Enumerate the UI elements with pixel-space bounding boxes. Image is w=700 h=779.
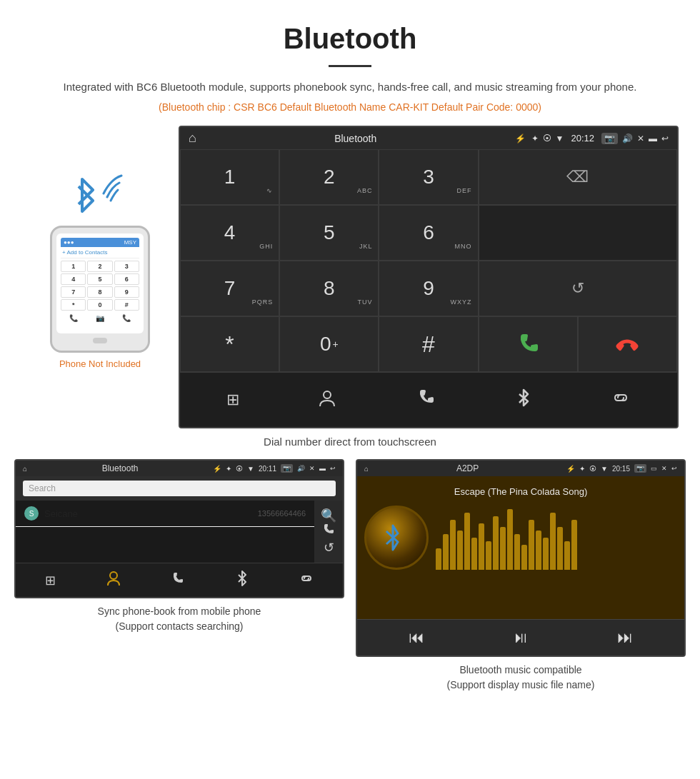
music-cam-icon[interactable]: 📷 [634, 464, 646, 473]
contacts-bt-btn[interactable] [236, 571, 249, 590]
dial-key-0[interactable]: 0+ [279, 316, 379, 372]
dial-key-star[interactable]: * [180, 316, 279, 372]
dial-key-3[interactable]: 3DEF [379, 149, 478, 205]
viz-bar [521, 545, 527, 570]
dialpad-grid: 1∿ 2ABC 3DEF ⌫ 4GHI 5JKL 6MNO 7PQRS 8TUV… [180, 149, 677, 372]
contacts-phone-btn[interactable] [171, 571, 185, 589]
music-back-icon[interactable]: ↩ [671, 465, 677, 472]
home-icon[interactable]: ⌂ [189, 131, 196, 146]
contacts-user-btn[interactable] [106, 571, 121, 590]
song-title: Escape (The Pina Colada Song) [454, 486, 587, 497]
music-win2-icon[interactable]: ▭ [651, 465, 657, 472]
phone-dialpad: 1 2 3 4 5 6 7 8 9 * 0 # [61, 261, 139, 311]
dial-sub-1: ∿ [266, 187, 273, 194]
contacts-close-icon[interactable]: ✕ [309, 465, 315, 472]
music-loc-icon: ⦿ [589, 465, 596, 473]
viz-bar [543, 538, 549, 570]
phone-mockup: ●●● MSY + Add to Contacts 1 2 3 4 5 6 7 … [50, 226, 150, 353]
music-close-icon[interactable]: ✕ [661, 465, 667, 472]
action-dialpad[interactable]: ⊞ [216, 386, 249, 413]
title-divider [329, 65, 371, 67]
contact-list: S Seicane 13566664466 [16, 501, 314, 563]
contacts-dialpad-btn[interactable]: ⊞ [45, 573, 56, 588]
phone-key-5: 5 [87, 273, 112, 285]
dial-key-4[interactable]: 4GHI [180, 205, 279, 261]
music-caption: Bluetooth music compatible (Support disp… [356, 663, 686, 693]
phone-key-9: 9 [114, 286, 139, 298]
viz-bar [529, 520, 534, 570]
search-input[interactable]: Search [23, 481, 336, 496]
music-play-btn[interactable]: ⏯ [513, 628, 529, 647]
viz-bar [571, 520, 577, 570]
dial-key-2[interactable]: 2ABC [279, 149, 379, 205]
dial-key-6[interactable]: 6MNO [379, 205, 478, 261]
phone-key-0: 0 [87, 299, 112, 311]
music-prev-btn[interactable]: ⏮ [409, 628, 424, 647]
music-usb-icon: ⚡ [566, 465, 575, 473]
camera-status-icon[interactable]: 📷 [601, 133, 618, 144]
viz-bar [507, 509, 513, 570]
dial-sub-9: WXYZ [451, 298, 472, 306]
dial-key-7[interactable]: 7PQRS [180, 261, 279, 316]
action-contacts[interactable] [307, 383, 347, 416]
music-status-bar: ⌂ A2DP ⚡ ✦ ⦿ ▼ 20:15 📷 ▭ ✕ ↩ [357, 461, 684, 476]
dial-key-8[interactable]: 8TUV [279, 261, 379, 316]
dial-key-hash[interactable]: # [379, 316, 478, 372]
action-link[interactable] [601, 383, 641, 416]
phone-header-dots: ●●● [64, 239, 74, 246]
music-screen-title: A2DP [373, 463, 562, 473]
music-home-icon[interactable]: ⌂ [364, 465, 369, 473]
contacts-search-btn[interactable]: 🔍 [321, 508, 336, 523]
dial-key-9[interactable]: 9WXYZ [379, 261, 478, 316]
contacts-caption: Sync phone-book from mobile phone (Suppo… [14, 604, 344, 634]
contacts-sync-btn[interactable]: ↺ [324, 540, 334, 556]
contacts-screen-title: Bluetooth [31, 463, 209, 473]
signal-arcs [96, 172, 132, 218]
dial-key-reload[interactable]: ↺ [479, 261, 677, 316]
bt-status-icon: ✦ [531, 134, 539, 144]
contacts-item: ⌂ Bluetooth ⚡ ✦ ⦿ ▼ 20:11 📷 🔊 ✕ ▬ ↩ Sear… [14, 459, 344, 693]
dial-caption: Dial number direct from touchscreen [0, 436, 700, 448]
contact-avatar: S [24, 506, 39, 521]
dial-key-1[interactable]: 1∿ [180, 149, 279, 205]
location-icon: ⦿ [543, 134, 551, 144]
music-main-area: Escape (The Pina Colada Song) [357, 476, 684, 619]
dial-key-backspace[interactable]: ⌫ [479, 149, 677, 205]
contacts-link-btn[interactable] [299, 571, 314, 589]
music-next-btn[interactable]: ⏭ [617, 628, 633, 647]
viz-bar [536, 531, 541, 570]
screen-title: Bluetooth [202, 133, 509, 144]
dial-key-hang[interactable] [578, 316, 677, 372]
contacts-bottom-bar: ⊞ [16, 563, 343, 597]
action-bar: ⊞ [180, 372, 677, 427]
contacts-cam-icon[interactable]: 📷 [281, 464, 293, 473]
specs-line: (Bluetooth chip : CSR BC6 Default Blueto… [0, 101, 700, 113]
svg-point-0 [324, 391, 331, 398]
viz-bar [486, 541, 491, 570]
close-app-icon[interactable]: ✕ [637, 134, 644, 144]
contact-name: Seicane [44, 508, 258, 519]
dial-key-call[interactable] [479, 316, 578, 372]
contacts-screen: ⌂ Bluetooth ⚡ ✦ ⦿ ▼ 20:11 📷 🔊 ✕ ▬ ↩ Sear… [14, 459, 344, 598]
contact-row-seicane[interactable]: S Seicane 13566664466 [16, 501, 314, 527]
contacts-home-icon[interactable]: ⌂ [23, 465, 27, 473]
signal-icon: ▼ [556, 134, 564, 144]
contacts-call-btn[interactable] [322, 523, 335, 540]
music-time: 20:15 [612, 465, 630, 473]
action-phone[interactable] [406, 383, 446, 416]
dial-key-5[interactable]: 5JKL [279, 205, 379, 261]
back-icon[interactable]: ↩ [661, 134, 669, 144]
phone-key-4: 4 [61, 273, 86, 285]
window-icon[interactable]: ▬ [649, 134, 657, 144]
bluetooth-icon-large [71, 176, 100, 218]
viz-bar [493, 516, 499, 570]
volume-icon[interactable]: 🔊 [622, 134, 633, 144]
music-controls: ⏮ ⏯ ⏭ [357, 619, 684, 655]
dial-sub-3: DEF [457, 187, 472, 194]
contacts-vol-icon[interactable]: 🔊 [297, 465, 305, 472]
contacts-win-icon[interactable]: ▬ [319, 465, 326, 472]
phone-key-7: 7 [61, 286, 86, 298]
contacts-main-area: S Seicane 13566664466 🔍 ↺ [16, 501, 343, 563]
action-bluetooth[interactable] [504, 383, 543, 417]
contacts-back-icon[interactable]: ↩ [330, 465, 336, 472]
